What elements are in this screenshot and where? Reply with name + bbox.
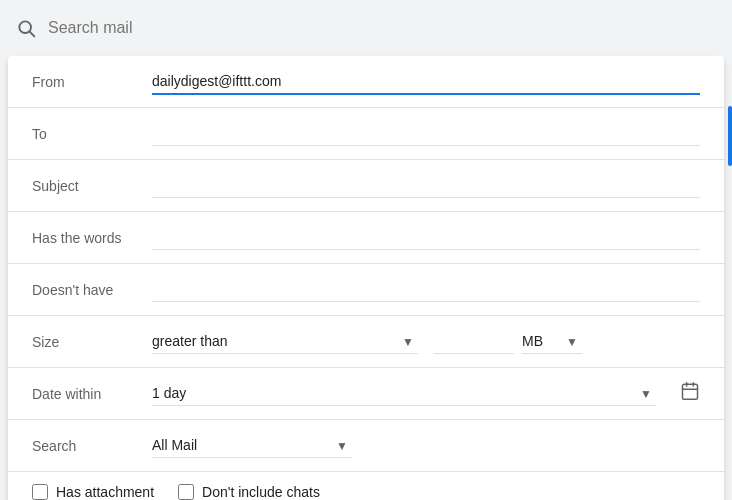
doesnt-have-row: Doesn't have — [8, 264, 724, 316]
subject-row: Subject — [8, 160, 724, 212]
search-scope-label: Search — [32, 438, 152, 454]
search-icon — [16, 18, 36, 38]
size-number-input[interactable] — [434, 329, 514, 354]
from-input[interactable] — [152, 69, 700, 95]
has-the-words-input[interactable] — [152, 225, 700, 250]
search-scope-field-wrap: All Mail Inbox Starred Sent Mail Drafts … — [152, 433, 700, 458]
has-attachment-text: Has attachment — [56, 484, 154, 500]
size-field-wrap: greater than less than ▼ MB KB Bytes ▼ — [152, 329, 700, 354]
size-label: Size — [32, 334, 152, 350]
has-attachment-label[interactable]: Has attachment — [32, 484, 154, 500]
svg-line-1 — [30, 32, 35, 37]
has-attachment-checkbox[interactable] — [32, 484, 48, 500]
size-row: Size greater than less than ▼ MB KB Byte… — [8, 316, 724, 368]
search-scope-select-wrap: All Mail Inbox Starred Sent Mail Drafts … — [152, 433, 352, 458]
date-within-field-wrap: 1 day 3 days 1 week 2 weeks 1 month 2 mo… — [152, 381, 700, 406]
to-input[interactable] — [152, 121, 700, 146]
to-label: To — [32, 126, 152, 142]
to-field-wrap — [152, 121, 700, 146]
subject-field-wrap — [152, 173, 700, 198]
advanced-search-panel: From To Subject Has the words Doesn't ha… — [8, 56, 724, 500]
search-scope-select[interactable]: All Mail Inbox Starred Sent Mail Drafts … — [152, 433, 352, 458]
dont-include-chats-label[interactable]: Don't include chats — [178, 484, 320, 500]
has-the-words-label: Has the words — [32, 230, 152, 246]
has-the-words-row: Has the words — [8, 212, 724, 264]
from-row: From — [8, 56, 724, 108]
doesnt-have-field-wrap — [152, 277, 700, 302]
doesnt-have-label: Doesn't have — [32, 282, 152, 298]
svg-rect-2 — [683, 384, 698, 399]
subject-label: Subject — [32, 178, 152, 194]
search-main-input[interactable] — [48, 19, 716, 37]
checkbox-row: Has attachment Don't include chats — [8, 472, 724, 500]
from-label: From — [32, 74, 152, 90]
from-field-wrap — [152, 69, 700, 95]
doesnt-have-input[interactable] — [152, 277, 700, 302]
date-within-select[interactable]: 1 day 3 days 1 week 2 weeks 1 month 2 mo… — [152, 381, 656, 406]
date-within-row: Date within 1 day 3 days 1 week 2 weeks … — [8, 368, 724, 420]
size-unit-wrap: MB KB Bytes ▼ — [522, 329, 582, 354]
dont-include-chats-checkbox[interactable] — [178, 484, 194, 500]
size-operator-select[interactable]: greater than less than — [152, 329, 418, 354]
subject-input[interactable] — [152, 173, 700, 198]
date-within-select-wrap: 1 day 3 days 1 week 2 weeks 1 month 2 mo… — [152, 381, 656, 406]
calendar-icon[interactable] — [680, 381, 700, 406]
has-the-words-field-wrap — [152, 225, 700, 250]
size-operator-wrap: greater than less than ▼ — [152, 329, 418, 354]
date-within-label: Date within — [32, 386, 152, 402]
search-bar — [0, 0, 732, 56]
size-unit-select[interactable]: MB KB Bytes — [522, 329, 582, 354]
to-row: To — [8, 108, 724, 160]
dont-include-chats-text: Don't include chats — [202, 484, 320, 500]
size-value-wrap: MB KB Bytes ▼ — [434, 329, 700, 354]
search-scope-row: Search All Mail Inbox Starred Sent Mail … — [8, 420, 724, 472]
